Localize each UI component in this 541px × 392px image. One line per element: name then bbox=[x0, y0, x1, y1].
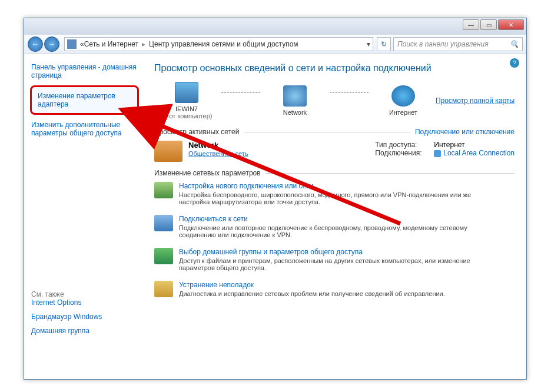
overview-computer: IEWIN7 (этот компьютер) bbox=[154, 82, 219, 119]
active-networks-header: Просмотр активных сетей Подключение или … bbox=[154, 128, 515, 136]
active-networks-title: Просмотр активных сетей bbox=[154, 128, 239, 136]
refresh-button[interactable]: ↻ bbox=[377, 37, 391, 51]
active-network-right: Тип доступа: Интернет Подключения: Local… bbox=[375, 141, 515, 162]
back-button[interactable]: ← bbox=[28, 36, 43, 52]
connect-desc: Подключение или повторное подключение к … bbox=[179, 224, 497, 238]
sidebar-item-adapter[interactable]: Изменение параметров адаптера bbox=[38, 92, 131, 108]
sidebar-item-adapter-highlighted: Изменение параметров адаптера bbox=[30, 85, 139, 115]
active-network-left: Network Общественная сеть bbox=[154, 141, 375, 162]
titlebar: — ▭ ✕ bbox=[24, 18, 526, 35]
minimize-button[interactable]: — bbox=[463, 19, 479, 30]
view-full-map-link[interactable]: Просмотр полной карты bbox=[436, 97, 515, 105]
sidebar-seealso-label: См. также bbox=[31, 290, 138, 298]
network-icon bbox=[283, 85, 307, 107]
settings-item-new-connection: Настройка нового подключения или сети На… bbox=[154, 182, 515, 205]
window-body: Панель управления - домашняя страница Из… bbox=[24, 54, 526, 379]
navigation-bar: ← → « Сеть и Интернет ▸ Центр управления… bbox=[24, 35, 526, 54]
active-network-name: Network bbox=[188, 141, 248, 150]
divider2 bbox=[265, 173, 515, 174]
computer-sub: (этот компьютер) bbox=[161, 112, 212, 119]
new-connection-link[interactable]: Настройка нового подключения или сети bbox=[179, 182, 313, 190]
breadcrumb-prefix: « bbox=[80, 40, 84, 48]
connect-link[interactable]: Подключиться к сети bbox=[179, 215, 248, 223]
sidebar-item-sharing[interactable]: Изменить дополнительные параметры общего… bbox=[31, 121, 138, 137]
troubleshoot-link[interactable]: Устранение неполадок bbox=[179, 281, 254, 289]
sidebar-firewall[interactable]: Брандмауэр Windows bbox=[31, 313, 138, 321]
settings-item-homegroup: Выбор домашней группы и параметров общег… bbox=[154, 248, 515, 271]
window-frame: — ▭ ✕ ← → « Сеть и Интернет ▸ Центр упра… bbox=[24, 18, 527, 380]
troubleshoot-desc: Диагностика и исправление сетевых пробле… bbox=[179, 290, 445, 297]
new-connection-icon bbox=[154, 182, 173, 198]
settings-item-troubleshoot: Устранение неполадок Диагностика и испра… bbox=[154, 281, 515, 297]
connection-icon bbox=[434, 150, 441, 157]
internet-label: Интернет bbox=[389, 109, 417, 116]
connection-link[interactable]: Local Area Connection bbox=[443, 149, 515, 157]
internet-icon bbox=[391, 85, 415, 107]
search-icon: 🔍 bbox=[510, 40, 519, 48]
close-button[interactable]: ✕ bbox=[498, 19, 524, 30]
address-bar[interactable]: « Сеть и Интернет ▸ Центр управления сет… bbox=[64, 37, 373, 51]
connect-icon bbox=[154, 215, 173, 231]
help-icon[interactable]: ? bbox=[510, 58, 519, 68]
search-placeholder: Поиск в панели управления bbox=[397, 40, 489, 48]
forward-button[interactable]: → bbox=[44, 36, 59, 52]
maximize-button[interactable]: ▭ bbox=[480, 19, 497, 30]
breadcrumb-sep: ▸ bbox=[142, 40, 145, 48]
active-network-category[interactable]: Общественная сеть bbox=[188, 150, 248, 157]
access-type-label: Тип доступа: bbox=[375, 141, 434, 149]
homegroup-icon bbox=[154, 248, 173, 264]
connect-disconnect-link[interactable]: Подключение или отключение bbox=[415, 128, 515, 136]
bench-icon bbox=[154, 141, 182, 162]
homegroup-desc: Доступ к файлам и принтерам, расположенн… bbox=[179, 257, 497, 271]
change-settings-title: Изменение сетевых параметров bbox=[154, 169, 261, 177]
sidebar: Панель управления - домашняя страница Из… bbox=[24, 54, 145, 379]
network-overview: IEWIN7 (этот компьютер) Network Интернет… bbox=[154, 82, 515, 119]
computer-icon bbox=[175, 82, 198, 103]
overview-network: Network bbox=[263, 85, 327, 116]
troubleshoot-icon bbox=[154, 281, 173, 297]
sidebar-home[interactable]: Панель управления - домашняя страница bbox=[31, 63, 138, 79]
network-label: Network bbox=[283, 109, 307, 116]
overview-dash2 bbox=[330, 92, 369, 93]
computer-name: IEWIN7 bbox=[175, 105, 198, 112]
page-title: Просмотр основных сведений о сети и наст… bbox=[154, 63, 515, 74]
sidebar-internet-options[interactable]: Internet Options bbox=[31, 298, 138, 307]
active-network-row: Network Общественная сеть Тип доступа: И… bbox=[154, 141, 515, 162]
content-area: ? Просмотр основных сведений о сети и на… bbox=[145, 54, 526, 379]
change-settings-header: Изменение сетевых параметров bbox=[154, 169, 515, 177]
address-icon bbox=[67, 39, 77, 49]
settings-item-connect: Подключиться к сети Подключение или повт… bbox=[154, 215, 515, 238]
search-input[interactable]: Поиск в панели управления 🔍 bbox=[393, 37, 523, 51]
homegroup-link[interactable]: Выбор домашней группы и параметров общег… bbox=[179, 248, 363, 256]
divider bbox=[244, 132, 410, 132]
overview-dash bbox=[221, 92, 260, 93]
breadcrumb-seg1[interactable]: Сеть и Интернет bbox=[84, 40, 138, 48]
connections-label: Подключения: bbox=[375, 149, 434, 157]
new-connection-desc: Настройка беспроводного, широкополосного… bbox=[179, 191, 497, 205]
breadcrumb-seg2[interactable]: Центр управления сетями и общим доступом bbox=[149, 40, 298, 48]
sidebar-homegroup[interactable]: Домашняя группа bbox=[31, 327, 138, 335]
access-type-value: Интернет bbox=[434, 141, 464, 149]
overview-internet: Интернет bbox=[371, 85, 436, 116]
chevron-down-icon[interactable]: ▾ bbox=[367, 40, 370, 48]
